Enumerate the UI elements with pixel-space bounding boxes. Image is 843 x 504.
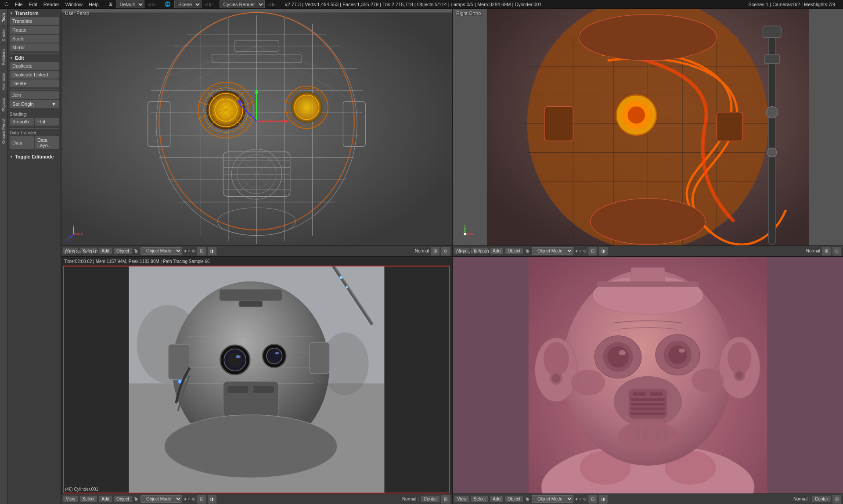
wireframe-icon-3[interactable]: ⊡: [197, 495, 206, 504]
bottomleft-mode-select[interactable]: Object Mode: [140, 495, 182, 503]
svg-rect-115: [227, 385, 249, 393]
topright-add-btn[interactable]: Add: [490, 248, 503, 254]
svg-point-146: [668, 346, 687, 364]
vtab-relations[interactable]: Relations: [0, 45, 7, 69]
vtab-tools[interactable]: Tools: [0, 9, 7, 25]
bottomright-normal-label: Normal: [793, 497, 807, 501]
svg-rect-125: [219, 289, 282, 301]
vtab-animation[interactable]: Animation: [0, 69, 7, 94]
rotate-button[interactable]: Rotate: [10, 26, 59, 34]
shading-icon-2[interactable]: ◑: [599, 247, 608, 256]
viewport-topright[interactable]: Right Ortho: [453, 9, 843, 256]
vtab-create[interactable]: Create: [0, 25, 7, 45]
duplicate-linked-button[interactable]: Duplicate Linked: [10, 71, 59, 79]
duplicate-button[interactable]: Duplicate: [10, 62, 59, 70]
menu-window[interactable]: Window: [63, 2, 85, 7]
wireframe-icon-1[interactable]: ⊡: [197, 247, 206, 256]
svg-rect-116: [253, 385, 274, 393]
shading-icon-3[interactable]: ◑: [208, 495, 216, 504]
wireframe-icon-4[interactable]: ⊡: [588, 495, 597, 504]
svg-point-165: [571, 370, 605, 395]
snap-icon-2[interactable]: ⊞: [822, 247, 831, 256]
svg-rect-88: [763, 26, 781, 37]
topright-mode-select[interactable]: Object Mode: [532, 247, 573, 255]
join-button[interactable]: Join: [10, 91, 59, 99]
transform-triangle: ▼: [10, 11, 13, 15]
divider-2: [10, 89, 59, 90]
shading-icon-1[interactable]: ◑: [208, 247, 216, 256]
scale-button[interactable]: Scale: [10, 35, 59, 43]
menu-file[interactable]: File: [12, 2, 25, 7]
topleft-add-btn[interactable]: Add: [99, 248, 112, 254]
set-origin-button[interactable]: Set Origin ▼: [10, 100, 59, 108]
layout-arrows: ◁ ▷: [145, 2, 158, 7]
render-svg: [61, 266, 452, 493]
bottomleft-center-btn[interactable]: Center: [421, 496, 440, 502]
blender-icon[interactable]: ⬡: [2, 1, 11, 7]
pivot-icon-1[interactable]: ⊙: [441, 247, 450, 256]
svg-rect-127: [239, 301, 263, 307]
bottomleft-view-btn[interactable]: View: [63, 496, 78, 502]
bottomright-add-btn[interactable]: Add: [490, 496, 503, 502]
data-layout-button[interactable]: Data Layo...: [35, 136, 59, 149]
viewport-topleft[interactable]: User Persp: [61, 9, 452, 256]
render-info: Time:02:08.62 | Mem:1157.94M, Peak:1182.…: [64, 259, 210, 264]
bottomright-center-btn[interactable]: Center: [812, 496, 831, 502]
bottomright-bottom-bar: View Select Add Object 🖱 Object Mode ● ○…: [453, 493, 843, 504]
translate-button[interactable]: Translate: [10, 17, 59, 25]
bottomleft-footer: (46) Cylinder.001: [65, 487, 98, 492]
divider-3: [10, 110, 59, 110]
svg-point-109: [228, 353, 242, 367]
svg-point-143: [619, 350, 626, 356]
menu-help[interactable]: Help: [86, 2, 101, 7]
topleft-mode-select[interactable]: Object Mode: [140, 247, 182, 255]
svg-point-130: [339, 276, 342, 279]
flat-button[interactable]: Flat: [35, 118, 59, 126]
menu-edit[interactable]: Edit: [26, 2, 40, 7]
engine-arrows: ◁ ▷: [266, 2, 278, 7]
svg-rect-169: [643, 427, 648, 439]
topleft-footer: (46) Cylinder.001: [65, 249, 98, 254]
svg-point-157: [544, 342, 569, 376]
topleft-object-btn[interactable]: Object: [114, 248, 132, 254]
svg-rect-170: [656, 427, 661, 439]
svg-text:X: X: [81, 233, 83, 236]
bottomleft-object-btn[interactable]: Object: [114, 496, 132, 502]
shading-icon-4[interactable]: ◑: [599, 495, 608, 504]
snap-icon-1[interactable]: ⊞: [431, 247, 440, 256]
svg-rect-83: [544, 107, 573, 141]
delete-button[interactable]: Delete: [10, 79, 59, 87]
layout-select[interactable]: Default: [116, 0, 144, 8]
scene-select[interactable]: Scene: [174, 0, 202, 8]
data-transfer-row: Data Data Layo...: [10, 136, 59, 150]
scenes-info: Scenes:1 | Cameras:0/2 | Meshlights:7/9: [746, 2, 838, 7]
svg-rect-152: [631, 398, 665, 401]
bottomright-object-btn[interactable]: Object: [505, 496, 523, 502]
top-menubar: ⬡ File Edit Render Window Help ⊞ Default…: [0, 0, 843, 9]
snap-icon-4[interactable]: ⊞: [832, 495, 841, 504]
snap-icon-3[interactable]: ⊞: [441, 495, 450, 504]
pivot-icon-2[interactable]: ⊙: [832, 247, 841, 256]
menu-render[interactable]: Render: [41, 2, 62, 7]
vtab-grease-pencil[interactable]: Grease Pencil: [0, 115, 7, 148]
topleft-normal-label: Normal: [415, 248, 429, 253]
bottomright-select-btn[interactable]: Select: [471, 496, 489, 502]
topright-object-btn[interactable]: Object: [505, 248, 523, 254]
main-layout: Tools Create Relations Animation Physics…: [0, 9, 843, 504]
bottomleft-add-btn[interactable]: Add: [99, 496, 112, 502]
scene-label: 🌐: [162, 1, 173, 7]
vtab-physics[interactable]: Physics: [0, 94, 7, 115]
svg-point-86: [591, 198, 706, 245]
viewport-bottomleft[interactable]: Time:02:08.62 | Mem:1157.94M, Peak:1182.…: [61, 257, 452, 504]
svg-rect-151: [650, 392, 663, 396]
svg-point-29: [291, 92, 322, 123]
data-button[interactable]: Data: [10, 136, 34, 149]
wireframe-icon-2[interactable]: ⊡: [588, 247, 597, 256]
smooth-button[interactable]: Smooth: [10, 118, 34, 126]
mirror-button[interactable]: Mirror: [10, 43, 59, 51]
engine-select[interactable]: Cycles Render: [220, 0, 265, 8]
bottomleft-select-btn[interactable]: Select: [80, 496, 97, 502]
viewport-bottomright[interactable]: View Select Add Object 🖱 Object Mode ● ○…: [453, 257, 843, 504]
bottomright-view-btn[interactable]: View: [454, 496, 469, 502]
bottomright-mode-select[interactable]: Object Mode: [532, 495, 573, 503]
